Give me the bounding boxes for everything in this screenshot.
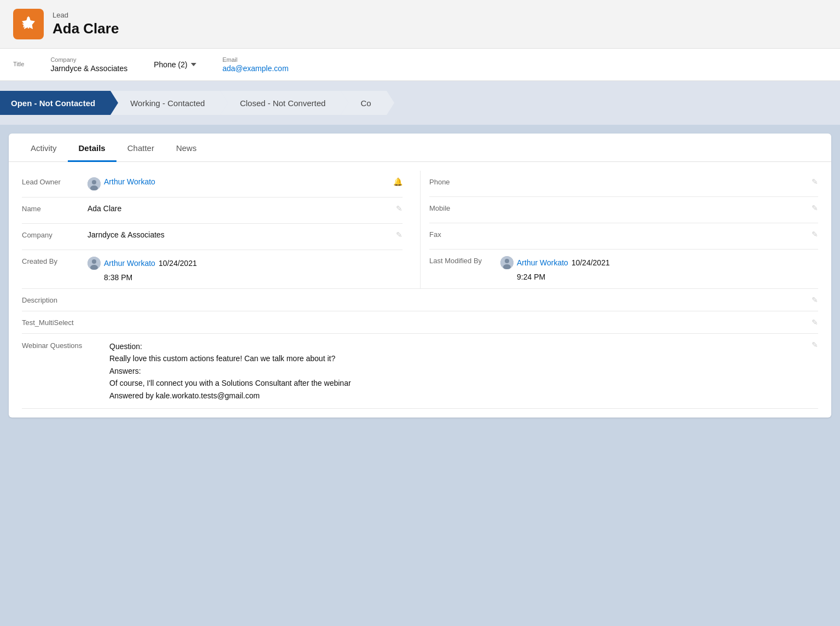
star-person-icon [20, 15, 37, 33]
test-multiselect-label: Test_MultiSelect [22, 318, 109, 327]
phone-chevron-icon [191, 63, 196, 66]
field-phone: Phone ✎ [429, 171, 818, 197]
webinar-label-text: Webinar Questions [22, 341, 82, 350]
created-by-avatar [88, 257, 101, 270]
last-modified-time: 9:24 PM [500, 273, 545, 281]
last-modified-label: Last Modified By [429, 256, 500, 265]
lead-owner-edit-icon[interactable]: 🔔 [389, 177, 402, 186]
fax-edit-icon[interactable]: ✎ [807, 230, 818, 239]
company-value: Jarndyce & Associates [50, 64, 127, 73]
created-by-date: 10/24/2021 [159, 259, 197, 268]
tab-news-label: News [176, 143, 197, 153]
mobile-edit-icon[interactable]: ✎ [807, 204, 818, 212]
created-by-avatar-icon [88, 257, 101, 270]
stage-label-2: Working - Contacted [130, 98, 205, 108]
title-label: Title [13, 61, 24, 67]
field-test-multiselect: Test_MultiSelect ✎ [22, 311, 818, 334]
tab-activity-label: Activity [31, 143, 57, 153]
created-by-line1: Arthur Workato 10/24/2021 [88, 257, 197, 270]
stage-label-3: Closed - Not Converted [240, 98, 326, 108]
lead-owner-avatar [88, 177, 101, 190]
stage-label-4: Co [360, 98, 371, 108]
webinar-answered-by-prefix: Answered by kale.workato.tests@gmail.com [109, 391, 260, 400]
stage-label-1: Open - Not Contacted [11, 98, 95, 108]
created-by-time: 8:38 PM [88, 273, 132, 282]
record-name: Ada Clare [52, 20, 119, 37]
field-mobile: Mobile ✎ [429, 197, 818, 223]
field-fax: Fax ✎ [429, 223, 818, 250]
field-webinar-questions: Webinar Questions Question: Really love … [22, 334, 818, 409]
email-label: Email [223, 56, 289, 63]
webinar-edit-icon[interactable]: ✎ [807, 340, 818, 349]
lead-icon [13, 9, 44, 39]
page-header: Lead Ada Clare [0, 0, 840, 49]
meta-email: Email ada@example.com [223, 56, 289, 73]
description-edit-icon[interactable]: ✎ [807, 295, 818, 304]
company-edit-icon[interactable]: ✎ [392, 230, 402, 239]
mobile-label: Mobile [429, 204, 495, 212]
name-value: Ada Clare [88, 204, 392, 213]
tab-news[interactable]: News [165, 134, 208, 162]
left-column: Lead Owner Arthur Workato 🔔 [22, 171, 420, 288]
last-modified-avatar-icon [500, 256, 514, 269]
main-content-card: Activity Details Chatter News Lead Owner [9, 134, 831, 418]
company-label: Company [50, 56, 127, 63]
svg-point-2 [92, 180, 96, 184]
webinar-answer: Of course, I'll connect you with a Solut… [109, 379, 351, 387]
phone-field-label: Phone [429, 177, 495, 186]
webinar-answered-by-email[interactable]: kale.workato.tests@gmail.com [156, 391, 260, 400]
field-company: Company Jarndyce & Associates ✎ [22, 224, 402, 250]
webinar-content: Question: Really love this custom action… [109, 340, 807, 402]
last-modified-date: 10/24/2021 [571, 258, 610, 267]
tab-chatter[interactable]: Chatter [116, 134, 165, 162]
details-section: Lead Owner Arthur Workato 🔔 [9, 162, 831, 418]
last-modified-avatar [500, 256, 514, 269]
svg-point-8 [505, 259, 509, 263]
meta-row: Title Company Jarndyce & Associates Phon… [0, 49, 840, 81]
stage-open-not-contacted[interactable]: Open - Not Contacted [0, 91, 110, 115]
record-type-label: Lead [52, 11, 119, 19]
right-column: Phone ✎ Mobile ✎ Fax ✎ [420, 171, 818, 288]
stage-closed-not-converted[interactable]: Closed - Not Converted [220, 91, 341, 115]
meta-company: Company Jarndyce & Associates [50, 56, 127, 73]
webinar-answers-heading: Answers: [109, 367, 141, 375]
meta-phone[interactable]: Phone (2) [154, 60, 196, 69]
created-by-value: Arthur Workato 10/24/2021 8:38 PM [88, 257, 402, 282]
lead-owner-label: Lead Owner [22, 177, 88, 186]
tab-chatter-label: Chatter [127, 143, 154, 153]
field-created-by: Created By Arthur Workato 1 [22, 250, 402, 288]
meta-title: Title [13, 61, 24, 68]
name-label: Name [22, 204, 88, 213]
webinar-label: Webinar Questions [22, 340, 109, 351]
name-edit-icon[interactable]: ✎ [392, 204, 402, 213]
company-field-label: Company [22, 230, 88, 239]
lead-owner-value: Arthur Workato [88, 177, 389, 190]
tabs: Activity Details Chatter News [9, 134, 831, 162]
email-value[interactable]: ada@example.com [223, 64, 289, 73]
avatar-icon [88, 177, 101, 190]
field-last-modified: Last Modified By Arthur Workato [429, 250, 818, 288]
last-modified-value: Arthur Workato 10/24/2021 9:24 PM [500, 256, 818, 281]
header-text: Lead Ada Clare [52, 11, 119, 37]
last-modified-line1: Arthur Workato 10/24/2021 [500, 256, 610, 269]
phone-label: Phone (2) [154, 60, 187, 69]
test-multiselect-edit-icon[interactable]: ✎ [807, 318, 818, 327]
company-field-value: Jarndyce & Associates [88, 230, 392, 239]
stage-working-contacted[interactable]: Working - Contacted [110, 91, 220, 115]
last-modified-name[interactable]: Arthur Workato [517, 258, 568, 267]
tab-details-label: Details [79, 143, 106, 153]
phone-value[interactable]: Phone (2) [154, 60, 196, 69]
lead-owner-name[interactable]: Arthur Workato [104, 177, 155, 186]
field-description: Description ✎ [22, 288, 818, 311]
field-name: Name Ada Clare ✎ [22, 198, 402, 224]
tab-details[interactable]: Details [68, 134, 116, 162]
tab-activity[interactable]: Activity [20, 134, 68, 162]
webinar-answered-prefix-text: Answered by [109, 391, 156, 400]
created-by-name[interactable]: Arthur Workato [104, 259, 155, 268]
phone-edit-icon[interactable]: ✎ [807, 177, 818, 186]
svg-point-5 [92, 259, 96, 264]
field-lead-owner: Lead Owner Arthur Workato 🔔 [22, 171, 402, 198]
fax-label: Fax [429, 230, 495, 239]
webinar-question-heading: Question: [109, 342, 142, 351]
stage-bar: Open - Not Contacted Working - Contacted… [0, 81, 840, 125]
